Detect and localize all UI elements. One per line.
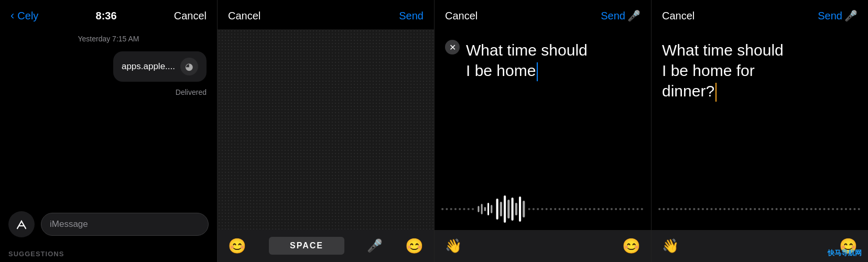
svg-point-41 bbox=[615, 208, 617, 210]
svg-point-81 bbox=[801, 208, 804, 210]
svg-point-71 bbox=[758, 208, 760, 210]
chevron-left-icon: ‹ bbox=[10, 9, 14, 23]
messages-panel: ‹ Cely 8:36 Cancel Yesterday 7:15 AM app… bbox=[0, 0, 217, 262]
svg-rect-20 bbox=[523, 201, 525, 217]
imessage-placeholder: iMessage bbox=[50, 219, 88, 230]
text-cursor-4 bbox=[715, 83, 717, 102]
svg-point-64 bbox=[728, 208, 730, 210]
svg-rect-13 bbox=[496, 199, 498, 220]
svg-point-29 bbox=[563, 208, 565, 210]
dictation-text-area: ✕ What time should I be home bbox=[435, 29, 651, 188]
svg-point-25 bbox=[546, 208, 548, 210]
cancel-button-4[interactable]: Cancel bbox=[662, 10, 695, 22]
clear-dictation-button[interactable]: ✕ bbox=[445, 40, 460, 54]
send-button-2[interactable]: Send bbox=[399, 10, 424, 22]
hand-wave-icon-3[interactable]: 👋 bbox=[445, 238, 462, 254]
svg-point-3 bbox=[454, 208, 457, 210]
svg-point-58 bbox=[702, 208, 704, 210]
svg-point-69 bbox=[750, 208, 752, 210]
svg-point-44 bbox=[628, 208, 630, 210]
svg-point-36 bbox=[593, 208, 595, 210]
emoji-icon-left-2[interactable]: 😊 bbox=[228, 237, 246, 255]
message-timestamp: Yesterday 7:15 AM bbox=[10, 35, 207, 43]
svg-point-39 bbox=[606, 208, 609, 210]
microphone-icon-2[interactable]: 🎤 bbox=[367, 238, 383, 253]
cancel-button-2[interactable]: Cancel bbox=[228, 10, 261, 22]
svg-point-80 bbox=[797, 208, 799, 210]
hand-wave-icon-4[interactable]: 👋 bbox=[662, 238, 679, 254]
imessage-input[interactable]: iMessage bbox=[41, 213, 209, 236]
svg-point-34 bbox=[584, 208, 587, 210]
time-display: 8:36 bbox=[96, 10, 117, 22]
svg-point-2 bbox=[450, 208, 452, 210]
dictation-text-4: What time should I be home for dinner? bbox=[662, 40, 858, 102]
svg-point-26 bbox=[550, 208, 552, 210]
svg-point-53 bbox=[680, 208, 682, 210]
cancel-button-3[interactable]: Cancel bbox=[445, 10, 478, 22]
svg-point-51 bbox=[671, 208, 674, 210]
app-store-button[interactable] bbox=[8, 211, 35, 237]
send-label-3: Send bbox=[601, 10, 625, 22]
svg-point-87 bbox=[828, 208, 830, 210]
svg-point-49 bbox=[663, 208, 665, 210]
svg-point-77 bbox=[784, 208, 786, 210]
svg-point-76 bbox=[780, 208, 782, 210]
emoji-icon-3[interactable]: 😊 bbox=[622, 237, 641, 255]
cancel-button-1[interactable]: Cancel bbox=[174, 10, 207, 22]
svg-point-48 bbox=[658, 208, 660, 210]
svg-rect-19 bbox=[519, 196, 521, 222]
svg-point-7 bbox=[472, 208, 474, 210]
keyboard-bottom-bar-2: 😊 SPACE 🎤 😊 bbox=[218, 230, 434, 262]
svg-point-4 bbox=[459, 208, 461, 210]
svg-point-75 bbox=[775, 208, 777, 210]
svg-rect-10 bbox=[484, 207, 486, 211]
svg-point-32 bbox=[576, 208, 578, 210]
svg-rect-18 bbox=[515, 203, 517, 215]
svg-point-22 bbox=[533, 208, 535, 210]
voice-visualization-area bbox=[218, 29, 434, 230]
dictation-text-area-4: What time should I be home for dinner? bbox=[652, 29, 868, 188]
svg-point-30 bbox=[567, 208, 569, 210]
mic-badge-icon-3: 🎤 bbox=[627, 9, 641, 22]
svg-point-57 bbox=[698, 208, 700, 210]
bubble-text: apps.apple.... bbox=[122, 61, 175, 72]
svg-point-56 bbox=[693, 208, 695, 210]
delivered-status: Delivered bbox=[10, 88, 207, 96]
suggestions-label: SUGGESTIONS bbox=[0, 246, 217, 262]
dictation-panel: Cancel Send 🎤 ✕ What time should I be ho… bbox=[434, 0, 651, 262]
dictation-text: What time should I be home bbox=[466, 40, 588, 81]
svg-point-42 bbox=[619, 208, 621, 210]
dictation-text-box: ✕ What time should I be home bbox=[445, 40, 641, 81]
svg-point-78 bbox=[788, 208, 790, 210]
voice-keyboard-panel: Cancel Send 😊 SPACE 🎤 😊 bbox=[217, 0, 434, 262]
svg-point-33 bbox=[580, 208, 582, 210]
text-cursor-3 bbox=[537, 62, 538, 81]
svg-point-31 bbox=[571, 208, 573, 210]
svg-point-45 bbox=[632, 208, 634, 210]
svg-point-74 bbox=[771, 208, 773, 210]
send-mic-button-4[interactable]: Send 🎤 bbox=[818, 9, 858, 22]
message-bubble: apps.apple.... ◕ bbox=[113, 51, 207, 82]
send-mic-button-3[interactable]: Send 🎤 bbox=[601, 9, 641, 22]
keyboard-bottom-bar-3: 👋 😊 bbox=[435, 230, 651, 262]
svg-point-73 bbox=[767, 208, 769, 210]
svg-point-61 bbox=[715, 208, 717, 210]
dictation-line1-4: What time should bbox=[662, 41, 784, 59]
svg-point-66 bbox=[736, 208, 739, 210]
space-key[interactable]: SPACE bbox=[269, 237, 344, 255]
svg-point-84 bbox=[815, 208, 817, 210]
svg-point-85 bbox=[819, 208, 821, 210]
svg-point-28 bbox=[558, 208, 560, 210]
svg-point-40 bbox=[611, 208, 613, 210]
svg-point-82 bbox=[806, 208, 808, 210]
svg-point-89 bbox=[836, 208, 838, 210]
back-label: Cely bbox=[17, 10, 38, 22]
back-button[interactable]: ‹ Cely bbox=[10, 9, 38, 23]
header-bar-4: Cancel Send 🎤 bbox=[652, 0, 868, 29]
emoji-icon-right-2[interactable]: 😊 bbox=[405, 237, 424, 255]
compass-icon: ◕ bbox=[180, 58, 198, 75]
svg-point-62 bbox=[719, 208, 721, 210]
svg-point-88 bbox=[832, 208, 834, 210]
svg-point-55 bbox=[689, 208, 691, 210]
clear-x-icon: ✕ bbox=[449, 42, 456, 52]
